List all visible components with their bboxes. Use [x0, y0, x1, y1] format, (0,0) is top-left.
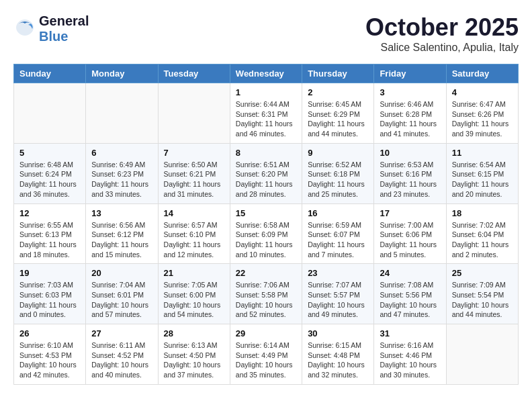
day-info: Sunrise: 6:49 AM Sunset: 6:23 PM Dayligh… — [91, 160, 152, 199]
weekday-monday: Monday — [86, 64, 158, 83]
weekday-header-row: SundayMondayTuesdayWednesdayThursdayFrid… — [14, 64, 519, 83]
calendar-cell — [446, 324, 518, 385]
weekday-friday: Friday — [374, 64, 446, 83]
day-info: Sunrise: 7:00 AM Sunset: 6:06 PM Dayligh… — [380, 220, 440, 260]
calendar-cell: 23Sunrise: 7:07 AM Sunset: 5:57 PM Dayli… — [302, 264, 374, 324]
day-info: Sunrise: 6:13 AM Sunset: 4:50 PM Dayligh… — [164, 340, 224, 380]
day-number: 21 — [164, 268, 224, 278]
day-info: Sunrise: 7:06 AM Sunset: 5:58 PM Dayligh… — [236, 280, 296, 320]
calendar-week-1: 1Sunrise: 6:44 AM Sunset: 6:31 PM Daylig… — [14, 83, 519, 144]
weekday-wednesday: Wednesday — [230, 64, 302, 83]
day-info: Sunrise: 6:15 AM Sunset: 4:48 PM Dayligh… — [308, 340, 368, 380]
calendar-cell: 30Sunrise: 6:15 AM Sunset: 4:48 PM Dayli… — [302, 324, 374, 385]
calendar-week-4: 19Sunrise: 7:03 AM Sunset: 6:03 PM Dayli… — [14, 264, 519, 324]
day-number: 3 — [380, 87, 440, 97]
calendar-cell — [158, 83, 230, 144]
calendar-cell: 1Sunrise: 6:44 AM Sunset: 6:31 PM Daylig… — [230, 83, 302, 144]
calendar-cell: 29Sunrise: 6:14 AM Sunset: 4:49 PM Dayli… — [230, 324, 302, 385]
day-info: Sunrise: 7:02 AM Sunset: 6:04 PM Dayligh… — [452, 220, 513, 260]
day-number: 13 — [91, 208, 152, 218]
calendar-cell: 28Sunrise: 6:13 AM Sunset: 4:50 PM Dayli… — [158, 324, 230, 385]
day-info: Sunrise: 6:56 AM Sunset: 6:12 PM Dayligh… — [91, 220, 152, 260]
logo-blue: Blue — [39, 29, 68, 44]
calendar-cell: 13Sunrise: 6:56 AM Sunset: 6:12 PM Dayli… — [86, 203, 158, 264]
day-info: Sunrise: 6:50 AM Sunset: 6:21 PM Dayligh… — [164, 160, 224, 199]
day-number: 8 — [236, 148, 296, 158]
day-info: Sunrise: 6:53 AM Sunset: 6:16 PM Dayligh… — [380, 160, 440, 199]
logo-icon — [13, 18, 36, 40]
day-number: 31 — [380, 328, 440, 338]
calendar-cell: 5Sunrise: 6:48 AM Sunset: 6:24 PM Daylig… — [14, 143, 86, 203]
day-number: 26 — [19, 328, 80, 338]
calendar-week-5: 26Sunrise: 6:10 AM Sunset: 4:53 PM Dayli… — [14, 324, 519, 385]
day-info: Sunrise: 6:52 AM Sunset: 6:18 PM Dayligh… — [308, 160, 368, 199]
day-info: Sunrise: 6:57 AM Sunset: 6:10 PM Dayligh… — [164, 220, 224, 260]
day-info: Sunrise: 6:55 AM Sunset: 6:13 PM Dayligh… — [19, 220, 80, 260]
calendar-cell: 22Sunrise: 7:06 AM Sunset: 5:58 PM Dayli… — [230, 264, 302, 324]
day-number: 2 — [308, 87, 368, 97]
calendar-cell: 14Sunrise: 6:57 AM Sunset: 6:10 PM Dayli… — [158, 203, 230, 264]
calendar-week-3: 12Sunrise: 6:55 AM Sunset: 6:13 PM Dayli… — [14, 203, 519, 264]
day-number: 14 — [164, 208, 224, 218]
day-number: 16 — [308, 208, 368, 218]
day-info: Sunrise: 6:47 AM Sunset: 6:26 PM Dayligh… — [452, 99, 513, 139]
day-info: Sunrise: 6:59 AM Sunset: 6:07 PM Dayligh… — [308, 220, 368, 260]
day-number: 7 — [164, 148, 224, 158]
day-info: Sunrise: 6:58 AM Sunset: 6:09 PM Dayligh… — [236, 220, 296, 260]
calendar-cell: 26Sunrise: 6:10 AM Sunset: 4:53 PM Dayli… — [14, 324, 86, 385]
calendar-cell: 24Sunrise: 7:08 AM Sunset: 5:56 PM Dayli… — [374, 264, 446, 324]
title-block: October 2025 Salice Salentino, Apulia, I… — [365, 13, 519, 54]
day-number: 24 — [380, 268, 440, 278]
calendar-cell: 10Sunrise: 6:53 AM Sunset: 6:16 PM Dayli… — [374, 143, 446, 203]
day-number: 17 — [380, 208, 440, 218]
calendar-cell: 7Sunrise: 6:50 AM Sunset: 6:21 PM Daylig… — [158, 143, 230, 203]
calendar-cell: 27Sunrise: 6:11 AM Sunset: 4:52 PM Dayli… — [86, 324, 158, 385]
day-number: 11 — [452, 148, 513, 158]
day-number: 4 — [452, 87, 513, 97]
calendar-cell — [86, 83, 158, 144]
weekday-thursday: Thursday — [302, 64, 374, 83]
calendar-week-2: 5Sunrise: 6:48 AM Sunset: 6:24 PM Daylig… — [14, 143, 519, 203]
day-number: 27 — [91, 328, 152, 338]
calendar-cell: 8Sunrise: 6:51 AM Sunset: 6:20 PM Daylig… — [230, 143, 302, 203]
weekday-tuesday: Tuesday — [158, 64, 230, 83]
day-number: 29 — [236, 328, 296, 338]
day-number: 30 — [308, 328, 368, 338]
month-title: October 2025 — [365, 13, 519, 42]
calendar-cell: 25Sunrise: 7:09 AM Sunset: 5:54 PM Dayli… — [446, 264, 518, 324]
calendar-cell: 2Sunrise: 6:45 AM Sunset: 6:29 PM Daylig… — [302, 83, 374, 144]
day-number: 6 — [91, 148, 152, 158]
day-number: 22 — [236, 268, 296, 278]
weekday-sunday: Sunday — [14, 64, 86, 83]
day-number: 25 — [452, 268, 513, 278]
day-number: 12 — [19, 208, 80, 218]
day-info: Sunrise: 6:16 AM Sunset: 4:46 PM Dayligh… — [380, 340, 440, 380]
day-number: 10 — [380, 148, 440, 158]
day-info: Sunrise: 7:07 AM Sunset: 5:57 PM Dayligh… — [308, 280, 368, 320]
calendar-cell: 20Sunrise: 7:04 AM Sunset: 6:01 PM Dayli… — [86, 264, 158, 324]
calendar-cell — [14, 83, 86, 144]
day-info: Sunrise: 6:46 AM Sunset: 6:28 PM Dayligh… — [380, 99, 440, 139]
calendar-cell: 31Sunrise: 6:16 AM Sunset: 4:46 PM Dayli… — [374, 324, 446, 385]
day-number: 1 — [236, 87, 296, 97]
day-info: Sunrise: 7:09 AM Sunset: 5:54 PM Dayligh… — [452, 280, 513, 320]
day-number: 5 — [19, 148, 80, 158]
calendar-cell: 3Sunrise: 6:46 AM Sunset: 6:28 PM Daylig… — [374, 83, 446, 144]
day-number: 20 — [91, 268, 152, 278]
page-header: General Blue October 2025 Salice Salenti… — [13, 13, 519, 54]
logo: General Blue — [13, 13, 89, 44]
calendar-table: SundayMondayTuesdayWednesdayThursdayFrid… — [13, 64, 519, 385]
day-number: 19 — [19, 268, 80, 278]
calendar-cell: 12Sunrise: 6:55 AM Sunset: 6:13 PM Dayli… — [14, 203, 86, 264]
day-number: 9 — [308, 148, 368, 158]
day-info: Sunrise: 6:54 AM Sunset: 6:15 PM Dayligh… — [452, 160, 513, 199]
day-number: 23 — [308, 268, 368, 278]
day-info: Sunrise: 7:04 AM Sunset: 6:01 PM Dayligh… — [91, 280, 152, 320]
day-info: Sunrise: 6:11 AM Sunset: 4:52 PM Dayligh… — [91, 340, 152, 380]
calendar-cell: 18Sunrise: 7:02 AM Sunset: 6:04 PM Dayli… — [446, 203, 518, 264]
calendar-cell: 16Sunrise: 6:59 AM Sunset: 6:07 PM Dayli… — [302, 203, 374, 264]
location-subtitle: Salice Salentino, Apulia, Italy — [365, 42, 519, 54]
day-info: Sunrise: 7:08 AM Sunset: 5:56 PM Dayligh… — [380, 280, 440, 320]
calendar-cell: 17Sunrise: 7:00 AM Sunset: 6:06 PM Dayli… — [374, 203, 446, 264]
day-info: Sunrise: 7:03 AM Sunset: 6:03 PM Dayligh… — [19, 280, 80, 320]
